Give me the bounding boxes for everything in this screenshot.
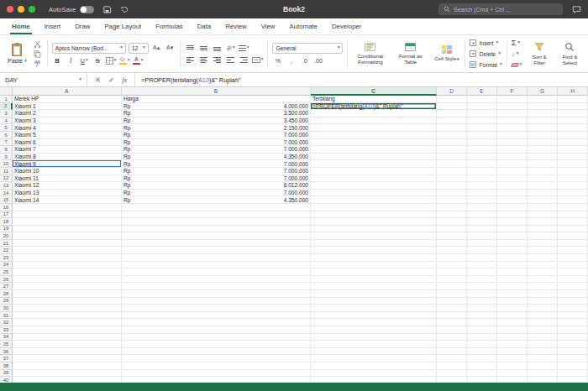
format-as-table-button[interactable]: Format as Table bbox=[392, 38, 428, 70]
cell-e2[interactable] bbox=[467, 103, 497, 111]
cell-b10[interactable]: Rp7.000.000 bbox=[122, 160, 311, 168]
cell-b28[interactable] bbox=[122, 290, 311, 298]
cell-g31[interactable] bbox=[528, 312, 558, 320]
percent-style-button[interactable]: % bbox=[272, 56, 283, 65]
minimize-window-button[interactable] bbox=[18, 6, 24, 13]
cell-h1[interactable] bbox=[558, 96, 588, 103]
cell-f1[interactable] bbox=[497, 96, 528, 103]
row-header-6[interactable]: 6 bbox=[0, 132, 13, 139]
row-header-22[interactable]: 22 bbox=[0, 247, 13, 254]
row-header-31[interactable]: 31 bbox=[0, 312, 13, 320]
cell-h23[interactable] bbox=[558, 254, 588, 262]
cell-c15[interactable] bbox=[311, 196, 437, 204]
cell-b27[interactable] bbox=[122, 283, 311, 290]
row-header-12[interactable]: 12 bbox=[0, 175, 13, 183]
cell-e38[interactable] bbox=[467, 362, 497, 370]
cell-d40[interactable] bbox=[437, 377, 467, 383]
cell-c37[interactable] bbox=[311, 355, 437, 362]
cut-button[interactable] bbox=[32, 39, 43, 49]
cell-e12[interactable] bbox=[467, 175, 497, 183]
cell-e13[interactable] bbox=[467, 182, 497, 190]
cell-c33[interactable] bbox=[311, 326, 437, 334]
insert-function-button[interactable]: fx bbox=[122, 76, 127, 84]
cell-h8[interactable] bbox=[558, 146, 588, 154]
cell-h21[interactable] bbox=[558, 240, 588, 248]
cell-a3[interactable]: Xiaomi 2 bbox=[13, 110, 122, 117]
cell-b26[interactable] bbox=[122, 276, 311, 284]
cell-b34[interactable] bbox=[122, 334, 311, 341]
cell-g4[interactable] bbox=[528, 117, 558, 125]
cell-b6[interactable]: Rp7.000.000 bbox=[122, 132, 311, 139]
cell-a2[interactable]: Xiaomi 1 bbox=[13, 103, 122, 111]
cell-g3[interactable] bbox=[528, 110, 558, 117]
cell-h40[interactable] bbox=[558, 377, 588, 383]
cell-a32[interactable] bbox=[13, 319, 122, 326]
cell-c5[interactable] bbox=[311, 124, 437, 132]
cell-b8[interactable]: Rp7.000.000 bbox=[122, 146, 311, 154]
cell-a37[interactable] bbox=[13, 355, 122, 362]
cell-f24[interactable] bbox=[497, 262, 528, 269]
cell-e11[interactable] bbox=[467, 168, 497, 175]
cell-d13[interactable] bbox=[437, 182, 467, 190]
cell-g37[interactable] bbox=[528, 355, 558, 362]
cell-h13[interactable] bbox=[558, 182, 588, 190]
cell-f22[interactable] bbox=[497, 247, 528, 254]
row-header-10[interactable]: 10 bbox=[0, 160, 13, 168]
cell-a36[interactable] bbox=[13, 348, 122, 356]
cell-b33[interactable] bbox=[122, 326, 311, 334]
cell-a24[interactable] bbox=[13, 262, 122, 269]
strikethrough-button[interactable]: S bbox=[92, 56, 103, 65]
increase-indent-button[interactable] bbox=[239, 55, 249, 65]
cell-h26[interactable] bbox=[558, 276, 588, 284]
cell-e33[interactable] bbox=[467, 326, 497, 334]
cell-e15[interactable] bbox=[467, 196, 497, 204]
cell-b37[interactable] bbox=[122, 355, 311, 362]
cell-f29[interactable] bbox=[497, 298, 528, 305]
cell-d34[interactable] bbox=[437, 334, 467, 341]
cell-h2[interactable] bbox=[558, 103, 588, 111]
cell-a22[interactable] bbox=[13, 247, 122, 254]
row-header-1[interactable]: 1 bbox=[0, 96, 13, 103]
cell-b2[interactable]: Rp4.000.000 bbox=[122, 103, 311, 111]
cell-d8[interactable] bbox=[437, 146, 467, 154]
align-left-button[interactable] bbox=[185, 55, 196, 65]
cell-b12[interactable]: Rp7.000.000 bbox=[122, 175, 311, 183]
cell-a25[interactable] bbox=[13, 268, 122, 276]
number-format-select[interactable]: General▾ bbox=[272, 43, 343, 54]
cell-f21[interactable] bbox=[497, 240, 528, 248]
cell-d29[interactable] bbox=[437, 298, 467, 305]
cell-f23[interactable] bbox=[497, 254, 528, 262]
cell-c39[interactable] bbox=[311, 370, 437, 378]
column-header-h[interactable]: H bbox=[558, 87, 588, 96]
cell-a19[interactable] bbox=[13, 226, 122, 233]
cell-f40[interactable] bbox=[497, 377, 528, 383]
cell-h10[interactable] bbox=[558, 160, 588, 168]
cell-h5[interactable] bbox=[558, 124, 588, 132]
cell-c23[interactable] bbox=[311, 254, 437, 262]
cell-c16[interactable] bbox=[311, 204, 437, 211]
cell-b23[interactable] bbox=[122, 254, 311, 262]
comma-style-button[interactable]: , bbox=[286, 56, 297, 65]
cell-h11[interactable] bbox=[558, 168, 588, 175]
cell-g24[interactable] bbox=[528, 262, 558, 269]
font-size-select[interactable]: 12▾ bbox=[129, 43, 149, 54]
cell-d18[interactable] bbox=[437, 218, 467, 226]
cell-e25[interactable] bbox=[467, 268, 497, 276]
row-header-36[interactable]: 36 bbox=[0, 348, 13, 356]
row-header-26[interactable]: 26 bbox=[0, 276, 13, 284]
cell-f3[interactable] bbox=[497, 110, 528, 117]
cell-f10[interactable] bbox=[497, 160, 528, 168]
cell-g30[interactable] bbox=[528, 305, 558, 312]
cell-g40[interactable] bbox=[528, 377, 558, 383]
cell-g9[interactable] bbox=[528, 154, 558, 161]
cell-e32[interactable] bbox=[467, 319, 497, 326]
column-header-c[interactable]: C bbox=[311, 87, 437, 96]
cell-d7[interactable] bbox=[437, 139, 467, 147]
fill-color-button[interactable]: ▾ bbox=[119, 56, 130, 65]
cell-e19[interactable] bbox=[467, 226, 497, 233]
underline-button[interactable]: U▾ bbox=[79, 56, 90, 65]
italic-button[interactable]: I bbox=[66, 56, 76, 65]
cell-c12[interactable] bbox=[311, 175, 437, 183]
cell-e40[interactable] bbox=[467, 377, 497, 383]
cell-b9[interactable]: Rp4.350.000 bbox=[122, 154, 311, 161]
